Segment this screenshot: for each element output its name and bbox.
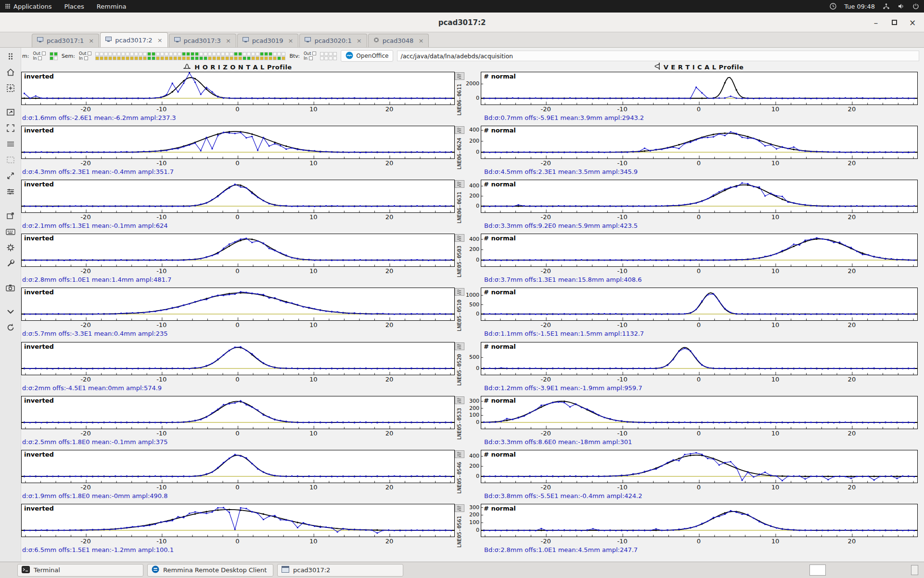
x-tick-label: 10 [771,213,780,221]
x-tick-label: 10 [309,267,318,275]
taskbar-button-label: pcad3017:2 [293,566,330,574]
collapse-row-button[interactable] [455,72,464,80]
workspace-switcher[interactable] [809,565,826,576]
bottom-taskbar: TerminalRemmina Remote Desktop Clientpca… [0,562,924,578]
device-name-vertical: LNE05-0503 [456,242,462,281]
plot-mode-label: # normal [484,343,516,350]
x-tick-label: -10 [617,538,627,545]
x-tick-label: -20 [540,159,551,167]
plot-mode-label: inverted [24,73,54,80]
remmina-icon [152,565,159,575]
y-tick-label: 200 [463,193,479,199]
plot-mode-label: # normal [484,73,516,80]
x-tick-label: -10 [617,105,627,113]
taskbar-button-label: Remmina Remote Desktop Client [163,566,267,574]
vertical-profile-plot [481,234,917,266]
collapse-row-button[interactable] [455,342,464,350]
x-tick-label: 20 [385,267,394,275]
x-tick-label: -10 [617,430,627,437]
x-tick-label: 0 [697,159,701,167]
x-tick-label: 10 [309,213,318,221]
y-tick-label: 300 [463,398,479,404]
x-tick-label: -10 [617,321,627,328]
x-tick-label: -10 [156,159,167,167]
x-axis-labels: -20-1001020 [21,213,454,221]
x-axis-labels: -20-1001020 [21,429,454,437]
x-tick-label: 20 [385,321,394,328]
fit-stats-text: d:σ:5.7mm offs:-3.3E1 mean:0.4mm ampl:23… [22,330,168,337]
x-axis-labels: -20-1001020 [481,213,917,221]
x-tick-label: -20 [80,430,90,437]
x-tick-label: 10 [309,484,318,491]
profile-rows: inverted-20-1001020d:σ:1.6mm offs:-2.6E1… [0,0,924,578]
plot-mode-label: inverted [24,343,54,350]
fit-stats-text: Bd:σ:1.2mm offs:-3.9E1 mean:-1.9mm ampl:… [484,384,642,392]
x-tick-label: -20 [80,484,90,491]
y-tick-label: 200 [463,463,479,469]
x-tick-label: 10 [309,430,318,437]
x-tick-label: 0 [697,430,701,437]
x-tick-label: 20 [848,159,856,167]
x-tick-label: -20 [540,105,551,113]
x-axis-labels: -20-1001020 [481,159,917,167]
taskbar-button-terminal[interactable]: Terminal [17,564,143,577]
x-tick-label: 0 [235,213,239,221]
x-axis-labels: -20-1001020 [481,483,917,491]
x-tick-label: -20 [80,321,90,328]
y-tick-label: 100 [463,412,479,418]
vertical-plot-frame-v8: # normal [481,450,918,483]
x-tick-label: 0 [697,376,701,383]
vertical-plot-frame-v3: # normal [481,180,918,213]
x-axis-labels: -20-1001020 [21,375,454,383]
x-tick-label: -20 [80,267,90,275]
x-tick-label: -10 [617,159,627,167]
x-axis-labels: -20-1001020 [21,483,454,491]
x-tick-label: 10 [771,267,780,275]
fit-stats-text: d:σ:1.9mm offs:1.8E0 mean:-0mm ampl:490.… [22,492,168,499]
plot-mode-label: inverted [24,451,54,458]
horizontal-plot-frame-h5: inverted [21,288,455,321]
y-tick-label: 500 [463,354,479,360]
x-tick-label: -20 [80,213,90,221]
vertical-plot-frame-v2: # normal [481,126,918,159]
x-tick-label: 20 [385,159,394,167]
x-tick-label: 0 [235,267,239,275]
horizontal-profile-plot [22,234,454,266]
plot-mode-label: # normal [484,397,516,404]
show-desktop-button[interactable] [911,565,918,575]
x-tick-label: -20 [80,538,90,545]
device-name-vertical: LNE05-0510 [456,296,462,335]
window-icon [282,566,289,574]
x-tick-label: 20 [848,105,856,113]
x-tick-label: 20 [385,430,394,437]
terminal-icon [22,566,30,575]
x-tick-label: 0 [697,538,701,545]
x-tick-label: -10 [156,484,167,491]
horizontal-plot-frame-h3: inverted [21,180,455,213]
x-axis-labels: -20-1001020 [481,537,917,545]
x-tick-label: 0 [697,321,701,328]
x-tick-label: -20 [540,430,551,437]
row-gutter: LNE05-05613002001000 [454,504,481,552]
x-tick-label: -20 [540,213,551,221]
vertical-profile-plot [481,450,917,483]
x-tick-label: 0 [697,213,701,221]
row-gutter: LNE05-05034002000 [454,234,481,281]
y-tick-label: 200 [463,246,479,252]
vertical-profile-plot [481,396,917,429]
y-tick-label: 200 [463,138,479,144]
fit-stats-text: d:σ:6.5mm offs:1.5E1 mean:-1.2mm ampl:10… [22,546,174,553]
taskbar-button-pcad3017:2[interactable]: pcad3017:2 [277,564,403,577]
fit-stats-text: Bd:σ:3.7mm offs:1.3E1 mean:15.8mm ampl:4… [484,276,642,283]
y-tick-label: 400 [463,127,479,133]
x-axis-labels: -20-1001020 [481,429,917,437]
x-tick-label: 10 [309,105,318,113]
taskbar-button-remmina-remote-desktop-client[interactable]: Remmina Remote Desktop Client [147,564,273,577]
y-tick-label: 0 [463,311,479,317]
row-gutter: LNE06-061120000 [454,72,481,119]
x-axis-labels: -20-1001020 [21,267,454,275]
x-axis-labels: -20-1001020 [21,159,454,167]
x-tick-label: 10 [771,105,780,113]
x-tick-label: 10 [771,159,780,167]
horizontal-profile-plot [22,180,454,212]
